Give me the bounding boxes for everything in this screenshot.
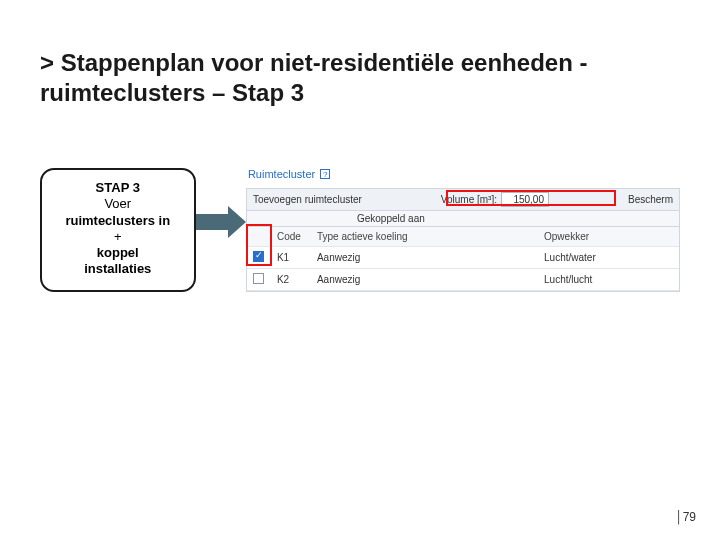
cell-opwekker: Lucht/water [538,247,679,269]
col-type: Type actieve koeling [311,227,538,247]
col-code: Code [271,227,311,247]
step-line-5: installaties [48,261,188,277]
cell-type: Aanwezig [311,247,538,269]
cell-opwekker: Lucht/lucht [538,269,679,291]
gekoppeld-label: Gekoppeld aan [247,211,679,227]
step-line-4: koppel [48,245,188,261]
col-opwekker: Opwekker [538,227,679,247]
koeling-table: Code Type actieve koeling Opwekker K1 Aa… [247,227,679,291]
cell-type: Aanwezig [311,269,538,291]
app-screenshot: Ruimtecluster ? Toevoegen ruimtecluster … [246,168,680,298]
checkbox[interactable] [253,273,264,284]
page-number: │79 [675,510,696,524]
step-box: STAP 3 Voer ruimteclusters in + koppel i… [40,168,196,292]
table-row: K1 Aanwezig Lucht/water [247,247,679,269]
highlight-volume [446,190,616,206]
step-label: STAP 3 [48,180,188,196]
cell-code: K2 [271,269,311,291]
highlight-checkboxes [246,224,272,266]
beschermd-label: Bescherm [628,194,673,205]
step-line-3: + [48,229,188,245]
cell-code: K1 [271,247,311,269]
breadcrumb: Ruimtecluster ? [248,168,330,180]
panel-title: Toevoegen ruimtecluster [253,194,362,205]
arrow-right-icon [194,206,244,238]
help-icon: ? [320,169,330,179]
step-line-1: Voer [48,196,188,212]
table-row: K2 Aanwezig Lucht/lucht [247,269,679,291]
page-title: > Stappenplan voor niet-residentiële een… [40,48,680,108]
step-line-2: ruimteclusters in [48,213,188,229]
breadcrumb-text: Ruimtecluster [248,168,315,180]
